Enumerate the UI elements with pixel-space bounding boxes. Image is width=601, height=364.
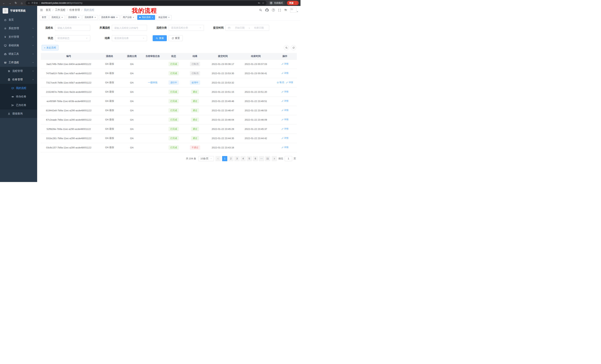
avatar[interactable] xyxy=(290,7,296,13)
font-size-icon[interactable]: TT xyxy=(284,9,287,11)
tab-2[interactable]: 流程模型× xyxy=(66,15,81,20)
key-icon[interactable] xyxy=(258,2,260,4)
sidebar-item-home[interactable]: 首页 xyxy=(0,16,37,24)
github-icon[interactable] xyxy=(265,9,269,12)
sidebar-item-label: 任务管理 xyxy=(12,78,23,81)
update-button[interactable]: 更新 ⋮ xyxy=(287,1,299,5)
tab-close-icon[interactable]: × xyxy=(95,16,96,19)
detail-action-link[interactable]: 详情 xyxy=(281,127,289,130)
detail-action-link[interactable]: 详情 xyxy=(281,99,289,103)
cell-actions: 详情 xyxy=(273,143,297,152)
owner-process-input[interactable] xyxy=(112,25,147,31)
breadcrumb-workflow[interactable]: 工作流程 xyxy=(55,8,65,12)
prev-page-button[interactable] xyxy=(215,156,221,161)
column-header: 当前审批任务 xyxy=(141,53,164,59)
result-select[interactable]: 请选择流结果 xyxy=(112,35,147,41)
fullscreen-icon[interactable] xyxy=(278,9,281,11)
reset-button[interactable]: 重置 xyxy=(169,35,183,41)
cell-submit-time: 2022-01-22 23:43:16 xyxy=(207,143,239,152)
tab-close-icon[interactable]: × xyxy=(168,16,170,19)
toggle-search-button[interactable] xyxy=(284,45,289,50)
sidebar-item-done-tasks[interactable]: 已办任务 xyxy=(0,101,37,109)
security-label[interactable]: 不安全 xyxy=(31,1,38,5)
page-button-6[interactable]: 6 xyxy=(253,156,258,161)
refresh-table-button[interactable] xyxy=(291,45,296,50)
status-badge: 进行中 xyxy=(169,80,179,85)
tab-close-icon[interactable]: × xyxy=(116,16,118,19)
detail-action-link[interactable]: 详情 xyxy=(281,62,289,66)
pages-ellipsis[interactable]: ⋯ xyxy=(259,156,264,161)
url-bar[interactable]: ⚠ 不安全 dashboard.yudao.iocoder.cn/bpm/tas… xyxy=(26,1,267,5)
page-button-11[interactable]: 11 xyxy=(265,156,270,161)
top-navbar: 首页/ 工作流程/ 任务管理/ 我的流程 ? TT ▾ xyxy=(37,6,300,14)
detail-action-link[interactable]: 详情 xyxy=(286,81,293,84)
sidebar-item-devtools[interactable]: 研发工具 xyxy=(0,50,37,58)
start-process-button[interactable]: + 发起流程 xyxy=(42,45,59,50)
start-date-placeholder[interactable]: 开始日期 xyxy=(232,26,247,29)
search-button[interactable]: 搜索 xyxy=(153,35,167,41)
sidebar-item-task-management[interactable]: 任务管理 xyxy=(0,75,37,84)
help-icon[interactable]: ? xyxy=(272,9,275,11)
browser-back-icon[interactable]: ← xyxy=(2,1,6,5)
cell-submit-time: 2022-01-22 23:46:04 xyxy=(207,115,239,124)
tab-7[interactable]: 发起流程× xyxy=(156,15,172,20)
tab-close-icon[interactable]: × xyxy=(61,16,63,19)
sidebar-item-payment[interactable]: ¥ 支付管理 xyxy=(0,33,37,41)
cancel-action-link[interactable]: 取消 xyxy=(277,81,284,84)
goto-page-input[interactable] xyxy=(285,156,292,161)
tab-close-icon[interactable]: × xyxy=(78,16,79,19)
tab-close-icon[interactable]: × xyxy=(133,16,134,19)
sidebar-item-todo-tasks[interactable]: 待办任务 xyxy=(0,92,37,101)
detail-action-link[interactable]: 详情 xyxy=(281,146,289,149)
status-select[interactable]: 请选择状态 xyxy=(55,35,90,41)
breadcrumb-task-management[interactable]: 任务管理 xyxy=(70,8,80,12)
process-name-input[interactable] xyxy=(55,25,90,31)
tab-3[interactable]: 流程表单× xyxy=(82,15,98,20)
sidebar-item-leave-query[interactable]: 请假查询 xyxy=(0,109,37,118)
tab-0[interactable]: 首页 xyxy=(40,15,48,20)
sidebar-item-my-process[interactable]: 我的流程 xyxy=(0,84,37,92)
detail-action-link[interactable]: 详情 xyxy=(281,90,289,93)
detail-action-link[interactable]: 详情 xyxy=(281,109,289,112)
tab-5[interactable]: 用户分组× xyxy=(121,15,136,20)
cell-process-name: OA 请假 xyxy=(97,106,123,115)
browser-reload-icon[interactable]: ↻ xyxy=(14,1,18,5)
cell-process-name: OA 请假 xyxy=(97,124,123,134)
tab-close-icon[interactable]: × xyxy=(152,16,153,19)
current-task-link[interactable]: 一级审批 xyxy=(148,81,158,84)
page-button-4[interactable]: 4 xyxy=(240,156,246,161)
search-icon[interactable] xyxy=(259,9,262,11)
breadcrumb-separator: / xyxy=(52,9,53,11)
tab-4[interactable]: 流程表单-编辑× xyxy=(99,15,120,20)
sidebar-collapse-icon[interactable] xyxy=(40,8,43,12)
category-select[interactable]: 请选择流程分类 xyxy=(169,25,204,31)
tab-6[interactable]: 我的流程× xyxy=(137,15,155,20)
user-menu[interactable]: ▾ xyxy=(290,7,298,13)
cell-end-time: 2022-01-22 23:46:09 xyxy=(239,115,273,124)
page-button-3[interactable]: 3 xyxy=(234,156,240,161)
url-text[interactable]: dashboard.yudao.iocoder.cn/bpm/task/my xyxy=(41,2,82,4)
bookmark-star-icon[interactable]: ☆ xyxy=(262,1,264,4)
browser-forward-icon[interactable]: → xyxy=(8,1,12,5)
detail-action-link[interactable]: 详情 xyxy=(281,72,289,75)
page-button-2[interactable]: 2 xyxy=(228,156,233,161)
result-badge: 不通过 xyxy=(190,145,200,150)
end-date-placeholder[interactable]: 结束日期 xyxy=(251,26,267,29)
sidebar-item-system[interactable]: 系统管理 xyxy=(0,24,37,33)
sidebar-item-infrastructure[interactable]: 基础设施 xyxy=(0,41,37,50)
page-button-1[interactable]: 1 xyxy=(222,156,227,161)
sidebar-item-workflow[interactable]: 工作流程 xyxy=(0,58,37,67)
breadcrumb-home[interactable]: 首页 xyxy=(46,8,51,12)
sidebar-item-process-management[interactable]: 流程管理 xyxy=(0,67,37,75)
page-size-select[interactable]: 10条/页 xyxy=(198,156,214,161)
page-button-5[interactable]: 5 xyxy=(247,156,252,161)
browser-menu-icon[interactable]: ⋮ xyxy=(295,2,297,4)
detail-action-link[interactable]: 详情 xyxy=(281,136,289,140)
detail-action-link[interactable]: 详情 xyxy=(281,118,289,121)
submit-time-range-picker[interactable]: 开始日期 - 结束日期 xyxy=(225,25,269,31)
browser-home-icon[interactable]: ⌂ xyxy=(20,1,24,5)
warning-icon: ⚠ xyxy=(28,2,30,4)
cell-actions: 详情 xyxy=(273,87,297,96)
next-page-button[interactable] xyxy=(272,156,277,161)
tab-1[interactable]: 流程定义× xyxy=(50,15,65,20)
